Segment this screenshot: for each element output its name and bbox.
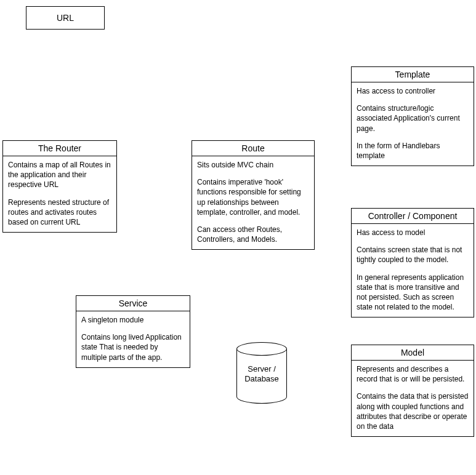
controller-title: Controller / Component — [352, 209, 474, 224]
template-p2: Contains structure/logic associated Appl… — [357, 103, 469, 134]
database-label-line2: Database — [244, 374, 279, 383]
route-node: Route Sits outside MVC chain Contains im… — [192, 140, 315, 250]
database-label-line1: Server / — [248, 364, 276, 373]
model-body: Represents and describes a record that i… — [352, 361, 474, 436]
template-title: Template — [352, 67, 474, 82]
service-body: A singleton module Contains long lived A… — [76, 311, 190, 367]
model-title: Model — [352, 345, 474, 361]
url-label: URL — [57, 13, 74, 23]
router-p2: Represents nested structure of routes an… — [8, 198, 111, 228]
router-node: The Router Contains a map of all Routes … — [2, 140, 117, 233]
controller-node: Controller / Component Has access to mod… — [351, 208, 474, 317]
router-body: Contains a map of all Routes in the appl… — [3, 156, 116, 232]
controller-p3: In general represents application state … — [357, 273, 469, 313]
database-label: Server / Database — [236, 364, 287, 383]
template-node: Template Has access to controller Contai… — [351, 66, 474, 166]
model-p1: Represents and describes a record that i… — [357, 364, 469, 384]
service-p2: Contains long lived Application state Th… — [81, 332, 185, 362]
service-node: Service A singleton module Contains long… — [76, 295, 190, 368]
template-p1: Has access to controller — [357, 86, 469, 96]
router-p1: Contains a map of all Routes in the appl… — [8, 160, 111, 190]
route-p1: Sits outside MVC chain — [197, 160, 309, 170]
model-p2: Contains the data that is persisted alon… — [357, 391, 469, 431]
route-body: Sits outside MVC chain Contains imperati… — [192, 156, 314, 249]
route-title: Route — [192, 141, 314, 156]
controller-body: Has access to model Contains screen stat… — [352, 224, 474, 317]
service-title: Service — [76, 296, 190, 311]
route-p2: Contains imperative 'hook' functions res… — [197, 177, 309, 217]
url-box: URL — [26, 6, 105, 30]
template-p3: In the form of Handlebars template — [357, 141, 469, 161]
route-p3: Can access other Routes, Controllers, an… — [197, 225, 309, 244]
database-cylinder: Server / Database — [236, 342, 287, 404]
service-p1: A singleton module — [81, 315, 185, 325]
controller-p2: Contains screen state that is not tightl… — [357, 245, 469, 265]
model-node: Model Represents and describes a record … — [351, 345, 474, 437]
controller-p1: Has access to model — [357, 228, 469, 238]
router-title: The Router — [3, 141, 116, 156]
template-body: Has access to controller Contains struct… — [352, 82, 474, 166]
